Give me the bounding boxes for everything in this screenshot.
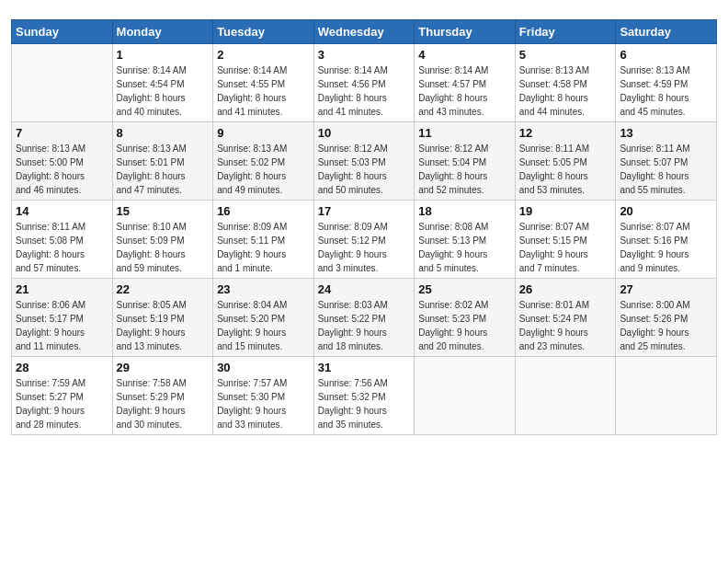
- day-number: 7: [16, 126, 108, 140]
- day-info: Sunrise: 8:13 AM Sunset: 5:02 PM Dayligh…: [217, 142, 310, 197]
- table-row: 28Sunrise: 7:59 AM Sunset: 5:27 PM Dayli…: [12, 357, 113, 435]
- table-row: 26Sunrise: 8:01 AM Sunset: 5:24 PM Dayli…: [515, 279, 616, 357]
- calendar-table: SundayMondayTuesdayWednesdayThursdayFrid…: [11, 19, 717, 435]
- day-info: Sunrise: 8:07 AM Sunset: 5:16 PM Dayligh…: [620, 220, 712, 275]
- table-row: [616, 357, 717, 435]
- day-header-monday: Monday: [112, 20, 213, 44]
- day-number: 15: [117, 204, 210, 218]
- day-info: Sunrise: 8:09 AM Sunset: 5:12 PM Dayligh…: [318, 220, 411, 275]
- page-container: SundayMondayTuesdayWednesdayThursdayFrid…: [0, 0, 728, 563]
- table-row: 9Sunrise: 8:13 AM Sunset: 5:02 PM Daylig…: [213, 122, 314, 201]
- day-number: 22: [117, 282, 210, 296]
- day-header-friday: Friday: [515, 20, 616, 44]
- day-info: Sunrise: 7:56 AM Sunset: 5:32 PM Dayligh…: [318, 376, 411, 431]
- table-row: 4Sunrise: 8:14 AM Sunset: 4:57 PM Daylig…: [415, 44, 516, 122]
- day-number: 16: [217, 204, 310, 218]
- day-number: 4: [418, 48, 511, 62]
- day-info: Sunrise: 7:57 AM Sunset: 5:30 PM Dayligh…: [217, 376, 310, 431]
- table-row: 7Sunrise: 8:13 AM Sunset: 5:00 PM Daylig…: [12, 122, 113, 201]
- calendar-header: SundayMondayTuesdayWednesdayThursdayFrid…: [12, 20, 717, 44]
- day-number: 28: [16, 361, 108, 374]
- day-number: 13: [620, 126, 712, 140]
- day-info: Sunrise: 8:11 AM Sunset: 5:05 PM Dayligh…: [519, 142, 612, 197]
- day-number: 10: [318, 126, 411, 140]
- table-row: 25Sunrise: 8:02 AM Sunset: 5:23 PM Dayli…: [415, 279, 516, 357]
- day-number: 20: [620, 204, 712, 218]
- day-number: 23: [217, 282, 310, 296]
- day-number: 9: [217, 126, 310, 140]
- table-row: 22Sunrise: 8:05 AM Sunset: 5:19 PM Dayli…: [112, 279, 213, 357]
- day-number: 11: [418, 126, 511, 140]
- day-info: Sunrise: 8:13 AM Sunset: 5:00 PM Dayligh…: [16, 142, 108, 197]
- table-row: [515, 357, 616, 435]
- day-info: Sunrise: 8:03 AM Sunset: 5:22 PM Dayligh…: [318, 298, 411, 353]
- day-info: Sunrise: 8:13 AM Sunset: 5:01 PM Dayligh…: [117, 142, 210, 197]
- table-row: 30Sunrise: 7:57 AM Sunset: 5:30 PM Dayli…: [213, 357, 314, 435]
- table-row: 6Sunrise: 8:13 AM Sunset: 4:59 PM Daylig…: [616, 44, 717, 122]
- day-header-thursday: Thursday: [415, 20, 516, 44]
- day-number: 1: [117, 48, 210, 62]
- table-row: 10Sunrise: 8:12 AM Sunset: 5:03 PM Dayli…: [313, 122, 415, 201]
- day-info: Sunrise: 8:12 AM Sunset: 5:03 PM Dayligh…: [318, 142, 411, 197]
- table-row: 8Sunrise: 8:13 AM Sunset: 5:01 PM Daylig…: [112, 122, 213, 201]
- day-info: Sunrise: 7:59 AM Sunset: 5:27 PM Dayligh…: [16, 376, 108, 431]
- day-number: 26: [519, 282, 612, 296]
- day-number: 18: [418, 204, 511, 218]
- table-row: 1Sunrise: 8:14 AM Sunset: 4:54 PM Daylig…: [112, 44, 213, 122]
- day-info: Sunrise: 8:09 AM Sunset: 5:11 PM Dayligh…: [217, 220, 310, 275]
- day-info: Sunrise: 8:04 AM Sunset: 5:20 PM Dayligh…: [217, 298, 310, 353]
- day-number: 12: [519, 126, 612, 140]
- table-row: 16Sunrise: 8:09 AM Sunset: 5:11 PM Dayli…: [213, 201, 314, 279]
- day-number: 25: [418, 282, 511, 296]
- day-info: Sunrise: 8:08 AM Sunset: 5:13 PM Dayligh…: [418, 220, 511, 275]
- day-number: 6: [620, 48, 712, 62]
- table-row: 3Sunrise: 8:14 AM Sunset: 4:56 PM Daylig…: [313, 44, 415, 122]
- day-header-wednesday: Wednesday: [313, 20, 415, 44]
- day-header-tuesday: Tuesday: [213, 20, 314, 44]
- day-info: Sunrise: 8:02 AM Sunset: 5:23 PM Dayligh…: [418, 298, 511, 353]
- table-row: 14Sunrise: 8:11 AM Sunset: 5:08 PM Dayli…: [12, 201, 113, 279]
- day-number: 5: [519, 48, 612, 62]
- table-row: 15Sunrise: 8:10 AM Sunset: 5:09 PM Dayli…: [112, 201, 213, 279]
- table-row: 27Sunrise: 8:00 AM Sunset: 5:26 PM Dayli…: [616, 279, 717, 357]
- header: [11, 9, 717, 14]
- day-number: 29: [117, 361, 210, 374]
- day-info: Sunrise: 7:58 AM Sunset: 5:29 PM Dayligh…: [117, 376, 210, 431]
- day-number: 8: [117, 126, 210, 140]
- day-info: Sunrise: 8:13 AM Sunset: 4:59 PM Dayligh…: [620, 63, 712, 119]
- day-number: 17: [318, 204, 411, 218]
- day-header-saturday: Saturday: [616, 20, 717, 44]
- table-row: 31Sunrise: 7:56 AM Sunset: 5:32 PM Dayli…: [313, 357, 415, 435]
- table-row: 11Sunrise: 8:12 AM Sunset: 5:04 PM Dayli…: [415, 122, 516, 201]
- day-number: 31: [318, 361, 411, 374]
- table-row: 21Sunrise: 8:06 AM Sunset: 5:17 PM Dayli…: [12, 279, 113, 357]
- day-info: Sunrise: 8:13 AM Sunset: 4:58 PM Dayligh…: [519, 63, 612, 119]
- table-row: 19Sunrise: 8:07 AM Sunset: 5:15 PM Dayli…: [515, 201, 616, 279]
- day-info: Sunrise: 8:07 AM Sunset: 5:15 PM Dayligh…: [519, 220, 612, 275]
- day-number: 21: [16, 282, 108, 296]
- day-number: 3: [318, 48, 411, 62]
- table-row: 12Sunrise: 8:11 AM Sunset: 5:05 PM Dayli…: [515, 122, 616, 201]
- table-row: 23Sunrise: 8:04 AM Sunset: 5:20 PM Dayli…: [213, 279, 314, 357]
- day-info: Sunrise: 8:14 AM Sunset: 4:54 PM Dayligh…: [117, 63, 210, 119]
- table-row: [415, 357, 516, 435]
- day-number: 14: [16, 204, 108, 218]
- day-number: 24: [318, 282, 411, 296]
- table-row: 29Sunrise: 7:58 AM Sunset: 5:29 PM Dayli…: [112, 357, 213, 435]
- day-info: Sunrise: 8:10 AM Sunset: 5:09 PM Dayligh…: [117, 220, 210, 275]
- day-info: Sunrise: 8:14 AM Sunset: 4:55 PM Dayligh…: [217, 63, 310, 119]
- day-info: Sunrise: 8:11 AM Sunset: 5:08 PM Dayligh…: [16, 220, 108, 275]
- table-row: [12, 44, 113, 122]
- day-number: 30: [217, 361, 310, 374]
- day-header-sunday: Sunday: [12, 20, 113, 44]
- table-row: 20Sunrise: 8:07 AM Sunset: 5:16 PM Dayli…: [616, 201, 717, 279]
- table-row: 24Sunrise: 8:03 AM Sunset: 5:22 PM Dayli…: [313, 279, 415, 357]
- day-info: Sunrise: 8:14 AM Sunset: 4:56 PM Dayligh…: [318, 63, 411, 119]
- table-row: 18Sunrise: 8:08 AM Sunset: 5:13 PM Dayli…: [415, 201, 516, 279]
- day-info: Sunrise: 8:11 AM Sunset: 5:07 PM Dayligh…: [620, 142, 712, 197]
- day-info: Sunrise: 8:00 AM Sunset: 5:26 PM Dayligh…: [620, 298, 712, 353]
- day-number: 2: [217, 48, 310, 62]
- calendar-body: 1Sunrise: 8:14 AM Sunset: 4:54 PM Daylig…: [12, 44, 717, 435]
- day-number: 27: [620, 282, 712, 296]
- day-info: Sunrise: 8:06 AM Sunset: 5:17 PM Dayligh…: [16, 298, 108, 353]
